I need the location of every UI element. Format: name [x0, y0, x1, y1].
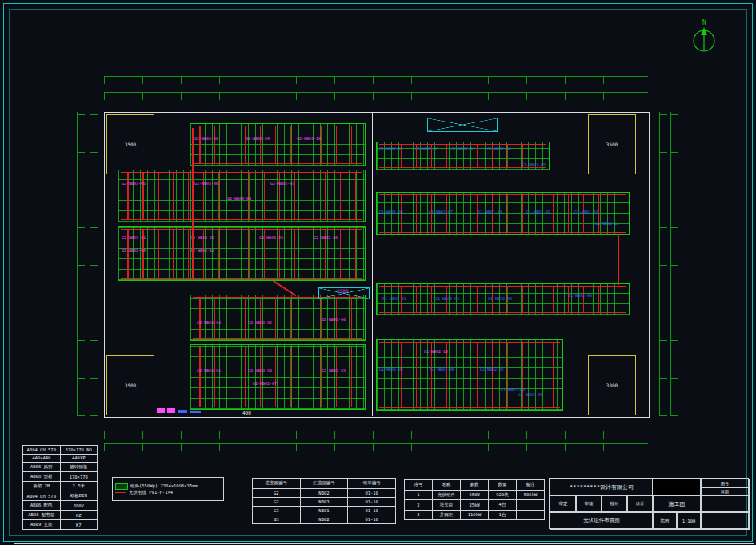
table-cell: 380V: [60, 501, 98, 511]
pv-string-routing: [193, 126, 362, 164]
table-cell: 01-10: [348, 488, 396, 497]
string-label: G1-NB01-10: [574, 210, 598, 214]
table-cell: 1: [405, 490, 433, 500]
drawing-title-cell: 光伏组件布置图: [550, 511, 654, 530]
sig-cell-checked: 审核: [575, 495, 602, 513]
dimension-chain-bottom-2: [104, 443, 648, 451]
bom-table: 序号名称参数数量备注1光伏组件550W920块506kW2逆变器25kW4台3并…: [404, 479, 545, 520]
table-cell: NB02: [300, 488, 348, 497]
column-header: 数量: [489, 480, 517, 491]
column-header: 序号: [405, 480, 433, 491]
table-cell: 440×440: [23, 454, 61, 463]
dimension-chain-right-1: [659, 112, 667, 416]
table-cell: 并网柜: [433, 510, 461, 520]
string-label: G2-NB02-02: [248, 369, 272, 373]
table-row: 3并网柜110kW1台: [405, 510, 545, 520]
table-row: AB04 CH 570570×170 NO: [23, 446, 98, 455]
table-cell: 506kW: [517, 490, 545, 500]
string-label: G2-NB03-07: [270, 182, 294, 186]
dimension-chain-right-2: [670, 112, 678, 416]
table-row: G2NB0201-10: [253, 488, 396, 497]
corner-room: 3500: [106, 355, 154, 415]
stage-extra-cell: [700, 495, 750, 513]
string-label: G1-NB02-05: [379, 367, 403, 371]
table-row: AB09 支架K7: [23, 520, 98, 530]
table-cell: 2.5米: [60, 482, 98, 491]
string-label: G1-NB01-09: [526, 210, 550, 214]
cable-route-line: [192, 128, 194, 279]
sig-cell-proofed: 校对: [601, 495, 628, 513]
table-cell: 440XP: [60, 454, 98, 463]
string-label: G2-NB02-08: [314, 236, 338, 240]
table-cell: AB06 风管: [23, 463, 61, 472]
table-cell: KZ: [60, 511, 98, 520]
table-cell: 01-10: [348, 497, 396, 506]
sig-cell-designed: 设计: [626, 495, 654, 513]
table-cell: 4台: [489, 500, 517, 511]
table-cell: AB08 配电箱: [23, 511, 61, 520]
string-label: G2-NB03-08: [194, 137, 218, 141]
string-label: G1-NB02-02: [435, 297, 459, 301]
table-row: AB08 配电箱KZ: [23, 511, 98, 520]
void-area-marker: [427, 118, 498, 132]
building-center-wall: [372, 112, 373, 416]
string-label: G1-NB01-01: [379, 147, 403, 151]
table-row: AB06 风管镀锌钢板: [23, 463, 98, 472]
string-label: G1-NB01-06: [379, 210, 403, 214]
bom-table: 序号名称参数数量备注1光伏组件550W920块506kW2逆变器25kW4台3并…: [404, 479, 545, 520]
string-label: G2-NB02-10: [190, 249, 214, 253]
table-cell: NB02: [300, 515, 348, 523]
legend-item: 组件(550Wp) 2384×1096×35mm: [115, 483, 221, 490]
column-header: 组串编号: [348, 479, 396, 489]
string-label: G1-NB02-09: [518, 393, 542, 397]
table-row: 440×440440XP: [23, 454, 98, 463]
string-label: G2-NB02-07: [253, 382, 277, 386]
string-label: G1-NB02-07: [480, 367, 504, 371]
title-empty-cell: [700, 511, 750, 530]
dimension-chain-top-2: [104, 92, 648, 100]
table-cell: 3: [405, 510, 433, 520]
string-label: G2-NB02-05: [248, 321, 272, 325]
string-label: G1-NB02-10: [424, 350, 448, 354]
table-cell: 25kW: [461, 500, 489, 511]
string-label: G2-NB02-03: [322, 369, 346, 373]
title-block: *********设计有限公司 图号 日期 审定 审核 校对 设计 施工图 光伏…: [549, 478, 749, 529]
table-cell: AB06 配电: [23, 501, 61, 511]
company-name: *********设计有限公司: [550, 479, 654, 496]
string-label: G1-NB02-06: [430, 367, 454, 371]
corner-room: 3500: [588, 114, 636, 174]
string-label: G1-NB01-05: [522, 163, 546, 167]
dimension-chain-top-1: [104, 76, 648, 84]
pv-array-block: [190, 123, 366, 166]
string-label: G1-NB02-01: [382, 297, 406, 301]
scale-value-cell: 1:100: [676, 511, 702, 530]
string-label: G2-NB02-06: [322, 318, 346, 322]
string-label: G1-NB01-04: [487, 147, 511, 151]
column-header: 名称: [433, 480, 461, 491]
table-cell: 01-10: [348, 515, 396, 523]
table-row: G2NB0301-10: [253, 497, 396, 506]
table-cell: 110kW: [461, 510, 489, 520]
corner-room: 3500: [106, 114, 154, 174]
column-header: 参数: [461, 480, 489, 491]
table-cell: NB03: [300, 497, 348, 506]
pv-array-block: [376, 339, 563, 411]
table-cell: 光伏组件: [433, 490, 461, 500]
table-cell: 550W: [461, 490, 489, 500]
string-label: G2-NB03-10: [297, 137, 321, 141]
legend-rows: 组件(550Wp) 2384×1096×35mm光伏电缆 PV1-F-1×4: [115, 483, 221, 495]
table-cell: 2: [405, 500, 433, 511]
void-area-marker: [318, 287, 370, 299]
table-cell: [517, 510, 545, 520]
table-cell: 1台: [489, 510, 517, 520]
pv-string-routing: [379, 342, 560, 408]
table-cell: [517, 500, 545, 511]
table-cell: G3: [253, 506, 301, 515]
window-bottom-edge: [14, 543, 754, 544]
north-label: N: [702, 19, 706, 26]
string-label: G2-NB03-09: [246, 137, 270, 141]
cable-swatch-icon: [115, 492, 126, 493]
string-label: G1-NB01-08: [478, 210, 502, 214]
table-cell: AB08 型材: [23, 472, 61, 482]
table-cell: 镀锌钢板: [60, 463, 98, 472]
